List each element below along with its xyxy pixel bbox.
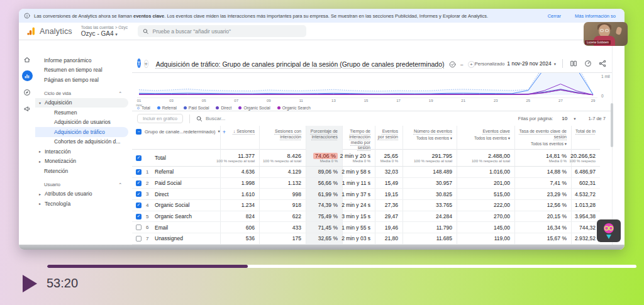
totals-sub: 100 % respecto — [569, 159, 596, 163]
sidebar-item-tecnología[interactable]: ▸Tecnología — [35, 199, 128, 209]
sidebar-item-informe-panorámico[interactable]: Informe panorámico — [35, 55, 128, 65]
table-row[interactable]: ✓1Referral4.6364.12989,06 %2 min y 58 s3… — [132, 167, 600, 178]
column-header-porcentaje-de-interacciones[interactable]: Porcentaje de interacciones — [306, 126, 342, 151]
table-totals-row: ✓Total11.377100 % respecto al total8.426… — [132, 150, 600, 167]
totals-sub: 100 % respecto al total — [263, 159, 301, 163]
rows-per-page-select[interactable]: 10 — [562, 116, 567, 121]
collapse-icon[interactable]: ⌃ — [118, 182, 122, 187]
advertising-icon[interactable] — [22, 103, 33, 114]
column-header-tasa-de-evento-clave-de-sesión[interactable]: Tasa de evento clave de sesiónTodos los … — [514, 126, 571, 151]
metric-value: 4.129 — [259, 167, 306, 177]
date-range-picker[interactable]: Personalizado 1 nov-29 nov 2024 ▾ — [475, 60, 556, 67]
column-header-eventos-por-sesión[interactable]: Eventos por sesión — [375, 126, 402, 151]
totals-metric: 291.795100 % respecto al total — [402, 150, 457, 166]
report-tab-avatar[interactable]: T — [137, 58, 141, 68]
row-checkbox[interactable]: ✓ — [136, 169, 142, 175]
vertical-scrollbar[interactable] — [612, 40, 625, 245]
account-picker[interactable]: Todas las cuentas > Ozyc Ozyc - GA4 ▾ — [81, 25, 128, 36]
global-search[interactable] — [138, 25, 306, 37]
metric-value: 24.284 — [402, 211, 457, 222]
search-icon — [143, 28, 148, 35]
sidebar-item-usuario[interactable]: Usuario⌃ — [35, 180, 128, 189]
row-checkbox[interactable] — [136, 225, 142, 230]
table-row[interactable]: ✓2Paid Social1.9981.13256,66 %1 min y 11… — [132, 178, 600, 189]
sidebar-item-label: Cohortes de adquisición d... — [54, 138, 120, 145]
column-header-sesiones[interactable]: ↓ Sesiones — [220, 126, 259, 151]
sidebar-item-adquisición-de-usuarios[interactable]: Adquisición de usuarios — [35, 118, 128, 128]
table-row[interactable]: ✓4Organic Social1.23491874,39 %2 min y 2… — [132, 200, 600, 211]
totals-sub: 100 % respecto al total — [472, 159, 510, 163]
channel-name: Referral — [155, 167, 220, 177]
table-search-input[interactable] — [206, 116, 281, 121]
reports-icon[interactable] — [22, 70, 33, 81]
traffic-chart: 1 mil 0 01nov030507091113151719212325272… — [137, 73, 597, 111]
column-header-total-de-in[interactable]: Total de in — [571, 126, 600, 151]
totals-checkbox[interactable]: ✓ — [136, 155, 142, 161]
video-frame: Las conversiones de Analytics ahora se l… — [0, 0, 644, 305]
report-title[interactable]: Adquisición de tráfico: Grupo de canales… — [156, 60, 445, 68]
share-icon[interactable] — [598, 60, 606, 68]
dimension-header[interactable]: Grupo de canale...redeterminado)▾+ — [145, 126, 220, 151]
video-progress-bar[interactable] — [47, 265, 636, 268]
channel-name: Paid Social — [155, 178, 220, 189]
account-breadcrumb: Todas las cuentas > Ozyc — [81, 25, 128, 30]
home-icon[interactable] — [22, 54, 33, 65]
column-header-tiempo-de-interacción-medio-por-sesión[interactable]: Tiempo de interacción medio por sesión — [342, 126, 375, 151]
x-tick-label: 27 — [558, 99, 563, 103]
add-tab-button[interactable]: + — [144, 60, 148, 68]
global-search-input[interactable] — [152, 28, 301, 35]
row-checkbox[interactable]: ✓ — [136, 202, 142, 208]
sidebar-item-label: Tecnología — [45, 201, 70, 207]
totals-checkbox-cell: ✓ — [132, 150, 145, 166]
sidebar-item-interacción[interactable]: ▸Interacción — [35, 147, 128, 157]
explore-icon[interactable] — [22, 87, 33, 97]
table-search[interactable] — [196, 116, 281, 122]
banner-close-link[interactable]: Cerrar — [548, 13, 561, 19]
add-to-chart-button[interactable]: Incluir en gráfico — [137, 114, 183, 123]
collapse-icon[interactable]: ⌃ — [118, 91, 122, 96]
metric-value: 433 — [259, 222, 306, 233]
sidebar-item-cohortes-de-adquisición-d[interactable]: Cohortes de adquisición d... — [35, 137, 128, 147]
table-row[interactable]: ✓3Direct1.61099861,99 %1 min y 37 s19,15… — [132, 189, 600, 200]
column-header-sesiones-con-interacción[interactable]: Sesiones con interacción — [259, 126, 306, 151]
sidebar-item-resumen-en-tiempo-real[interactable]: Resumen en tiempo real — [35, 65, 128, 75]
legend-label: Organic Search — [282, 106, 311, 110]
totals-sub: Media 0 % — [549, 159, 567, 163]
chevron-down-icon: ▾ — [39, 101, 45, 105]
play-button[interactable] — [23, 275, 37, 292]
sidebar-item-adquisición[interactable]: ▾Adquisición — [35, 98, 128, 108]
sidebar-item-monetización[interactable]: ▸Monetización — [35, 157, 128, 167]
sampling-icon[interactable] — [584, 60, 592, 68]
sidebar-item-ciclo-de-vida[interactable]: Ciclo de vida⌃ — [35, 89, 128, 98]
row-checkbox-cell: ✓ — [132, 178, 145, 189]
row-checkbox[interactable]: ✓ — [136, 180, 142, 186]
row-checkbox[interactable]: ✓ — [136, 191, 142, 197]
sidebar-item-páginas-en-tiempo-real[interactable]: Páginas en tiempo real — [35, 75, 128, 85]
column-filter[interactable]: Todos los eventos ▾ — [474, 136, 510, 141]
chevron-down-icon[interactable]: ▾ — [574, 116, 575, 121]
x-tick-label: 03 — [169, 99, 174, 103]
totals-sub: Media 0 % — [320, 159, 338, 163]
select-all-checkbox[interactable]: − — [136, 129, 142, 135]
column-filter[interactable]: Todos los eventos ▾ — [416, 136, 452, 141]
row-checkbox[interactable] — [136, 236, 142, 241]
sidebar-item-atributos-de-usuario[interactable]: ▸Atributos de usuario — [35, 189, 128, 199]
add-header-icon[interactable]: + — [468, 61, 475, 68]
row-checkbox[interactable]: ✓ — [136, 214, 142, 219]
sidebar-item-adquisición-de-tráfico[interactable]: Adquisición de tráfico — [35, 127, 128, 137]
column-header-label: Sesiones con interacción — [260, 129, 301, 140]
comparison-icon[interactable] — [569, 60, 577, 68]
table-row[interactable]: ✓5Organic Search82462275,49 %3 min y 15 … — [132, 211, 600, 223]
table-row[interactable]: 6Email60643371,45 %1 min y 55 s19,4611.7… — [132, 222, 600, 233]
column-header-número-de-eventos[interactable]: Número de eventosTodos los eventos ▾ — [402, 126, 457, 151]
sidebar-item-retención[interactable]: Retención — [35, 166, 128, 176]
column-header-eventos-clave[interactable]: Eventos claveTodos los eventos ▾ — [457, 126, 514, 151]
metric-value: 1 min y 37 s — [342, 189, 375, 199]
table-row[interactable]: 7Unassigned53617532,65 %2 min y 03 s21,8… — [132, 233, 600, 245]
banner-more-info-link[interactable]: Más información so — [575, 13, 616, 19]
collapse-header-icon[interactable]: − — [460, 62, 464, 68]
totals-sub: 100 % respecto al total — [414, 159, 452, 163]
sidebar-item-resumen[interactable]: Resumen — [35, 108, 128, 118]
y-axis-label-min: 0 — [601, 94, 604, 98]
column-filter[interactable]: Todos los eventos ▾ — [531, 141, 567, 147]
